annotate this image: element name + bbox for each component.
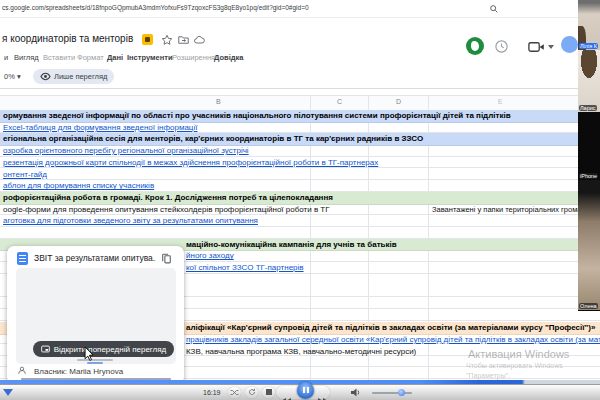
cell-link[interactable]: Excel-таблиця для формування зведеної ін…: [3, 122, 197, 134]
cell-link[interactable]: онтент-гайд: [3, 169, 47, 181]
view-only-badge[interactable]: Лише перегляд: [33, 69, 114, 84]
blurred-caption: [87, 362, 103, 364]
cell-text: КЗВ, навчальна програма КЗВ, навчально-м…: [186, 346, 416, 358]
link-preview-card: ЗВІТ за результатами опитува... Відкрити…: [7, 246, 184, 384]
cell-text: oogle-форми для проведення опитування ст…: [3, 204, 330, 216]
menu-item-help[interactable]: Довідка: [214, 53, 243, 62]
fast-forward-button[interactable]: [318, 390, 328, 400]
column-header-d[interactable]: D: [396, 98, 401, 105]
repeat-button[interactable]: [245, 387, 258, 398]
link-preview-title[interactable]: ЗВІТ за результатами опитува...: [34, 253, 156, 263]
eye-icon: [40, 72, 51, 81]
sheet-row[interactable]: резентація дорожньої карти спільнодії в …: [0, 157, 600, 169]
shared-drive-icon: [142, 34, 153, 45]
stop-icon: [266, 389, 272, 395]
participant-tile[interactable]: Лілія К: [578, 0, 600, 51]
star-icon[interactable]: [161, 34, 173, 46]
participant-name: Лілія К: [579, 43, 598, 49]
zoom-control[interactable]: 0% ▾: [4, 72, 21, 81]
repeat-icon: [248, 388, 256, 396]
participant-name: Олена: [579, 303, 598, 309]
url-text[interactable]: cs.google.com/spreadsheets/d/18fnpoGQpmu…: [2, 4, 309, 11]
column-header-e[interactable]: E: [498, 98, 503, 105]
participant-name: iPhone: [579, 173, 598, 179]
open-preview-button[interactable]: Відкрити попередній перегляд: [33, 341, 174, 357]
sheet-row[interactable]: онтент-гайд: [0, 169, 600, 181]
cell-text: аліфікації «Кар'єрний супровід дітей та …: [186, 322, 595, 334]
screen: cs.google.com/spreadsheets/d/18fnpoGQpmu…: [0, 0, 600, 400]
open-preview-label: Відкрити попередній перегляд: [54, 345, 166, 354]
cell-link[interactable]: аблон для формування списку учасників: [3, 180, 154, 192]
menu-item-format[interactable]: Формат: [77, 53, 104, 62]
cell-link[interactable]: йного заходу: [186, 250, 234, 262]
owner-person-icon: [17, 365, 27, 376]
copy-link-icon[interactable]: [161, 252, 172, 265]
participant-tile[interactable]: Олена: [578, 180, 600, 311]
avatar[interactable]: [561, 36, 578, 53]
pause-button[interactable]: [297, 382, 314, 399]
sheet-row[interactable]: Excel-таблиця для формування зведеної ін…: [0, 122, 600, 134]
mouse-cursor: [84, 346, 95, 361]
cell-text: ормування зведеної інформації по області…: [3, 110, 511, 122]
cell-text: рофорієнтаційна робота в громаді. Крок 1…: [3, 192, 333, 204]
shuffle-button[interactable]: [228, 387, 241, 398]
menu-item-extensions[interactable]: Розширення: [172, 53, 215, 62]
move-folder-icon[interactable]: [177, 34, 190, 46]
green-app-icon[interactable]: [466, 37, 484, 55]
blurred-caption: [77, 359, 113, 361]
volume-icon[interactable]: [350, 388, 361, 397]
cell-link[interactable]: кої спільнот ЗЗСО ТГ-партнерів: [186, 262, 304, 274]
cell-text: егіональна організаційна сесія для менто…: [3, 133, 423, 145]
view-only-label: Лише перегляд: [54, 72, 107, 81]
doc-file-icon: [17, 252, 28, 265]
camera-dropdown-caret-icon[interactable]: [548, 45, 554, 49]
participant-name: Ларис: [579, 105, 597, 111]
browser-url-bar[interactable]: cs.google.com/spreadsheets/d/18fnpoGQpmu…: [0, 0, 600, 18]
cell-link[interactable]: резентація дорожньої карти спільнодії в …: [3, 157, 378, 169]
column-header-b[interactable]: B: [216, 98, 221, 105]
sheet-row[interactable]: аготовка для підготовки зведеного звіту …: [0, 215, 600, 227]
zoom-value: 0%: [4, 72, 15, 81]
document-status-cloud-icon[interactable]: [193, 34, 206, 46]
column-header-c[interactable]: C: [337, 98, 342, 105]
pause-icon: [307, 387, 309, 393]
version-history-icon[interactable]: [494, 39, 509, 54]
shuffle-icon: [230, 389, 239, 396]
player-corner-toggle[interactable]: [3, 389, 13, 396]
menu-item-data[interactable]: Дані: [107, 53, 123, 62]
magnifier-icon[interactable]: [489, 4, 499, 14]
pause-icon: [303, 387, 305, 393]
stop-button[interactable]: [262, 387, 275, 398]
cell-link[interactable]: озробка орієнтовного перебігу регіональн…: [3, 145, 249, 157]
participant-tile[interactable]: Ларис: [578, 50, 600, 113]
menu-item-insert[interactable]: Вставити: [43, 53, 75, 62]
document-title[interactable]: я координаторів та менторів: [2, 33, 133, 44]
menu-item-view[interactable]: Вигляд: [14, 53, 39, 62]
sheet-row[interactable]: аблон для формування списку учасників: [0, 180, 600, 192]
windows-activation-watermark-line2: Чтобы активировать Windows: [466, 362, 563, 369]
volume-slider[interactable]: [372, 392, 412, 394]
participant-tile[interactable]: iPhone: [578, 112, 600, 181]
cell-link[interactable]: працівників закладів загальної середньої…: [186, 334, 600, 346]
menu-item-tools[interactable]: Інструменти: [127, 53, 173, 62]
divider: [0, 88, 600, 89]
cell-text: маційно-комунікаційна кампанія для учнів…: [186, 239, 397, 251]
menu-item-partial[interactable]: и: [4, 53, 8, 62]
video-player-bar: 16:19: [0, 384, 600, 400]
sheet-row[interactable]: озробка орієнтовного перебігу регіональн…: [0, 145, 600, 157]
meet-camera-icon[interactable]: [528, 41, 545, 53]
playback-time: 16:19: [203, 389, 221, 396]
windows-activation-watermark: Активация Windows: [468, 348, 569, 360]
rewind-button[interactable]: [281, 390, 291, 400]
sheet-row[interactable]: oogle-форми для проведення опитування ст…: [0, 204, 600, 216]
owner-label: Власник: Mariia Hrynova: [34, 367, 123, 376]
windows-activation-watermark-line3: "Параметры".: [466, 372, 510, 379]
preview-icon: [41, 345, 50, 353]
video-call-strip: Лілія К Ларис iPhone Олена: [578, 0, 600, 310]
volume-slider-handle[interactable]: [398, 389, 405, 396]
cell-link[interactable]: аготовка для підготовки зведеного звіту …: [3, 215, 258, 227]
cell-text: Завантажені у папки територіальних грома…: [432, 204, 588, 216]
